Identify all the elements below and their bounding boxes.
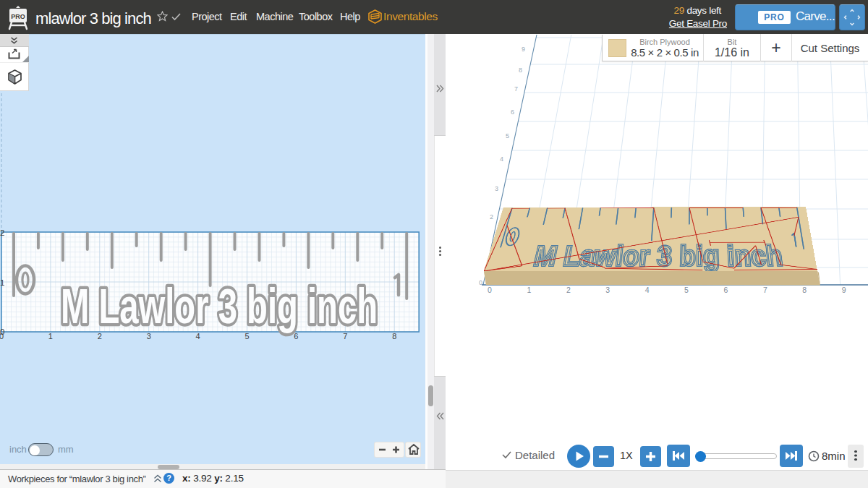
svg-text:PRO: PRO	[11, 13, 25, 20]
svg-text:1: 1	[0, 278, 4, 287]
svg-text:3: 3	[147, 332, 151, 341]
svg-text:0: 0	[0, 332, 4, 341]
svg-text:5: 5	[244, 332, 249, 341]
svg-text:M Lawlor 3 big inch: M Lawlor 3 big inch	[61, 278, 378, 333]
svg-text:4: 4	[196, 332, 200, 341]
svg-text:8: 8	[392, 332, 396, 341]
svg-text:2: 2	[0, 228, 4, 237]
svg-text:7: 7	[343, 332, 347, 341]
svg-text:2: 2	[98, 332, 102, 341]
svg-text:6: 6	[294, 332, 298, 341]
svg-text:1: 1	[48, 332, 53, 341]
